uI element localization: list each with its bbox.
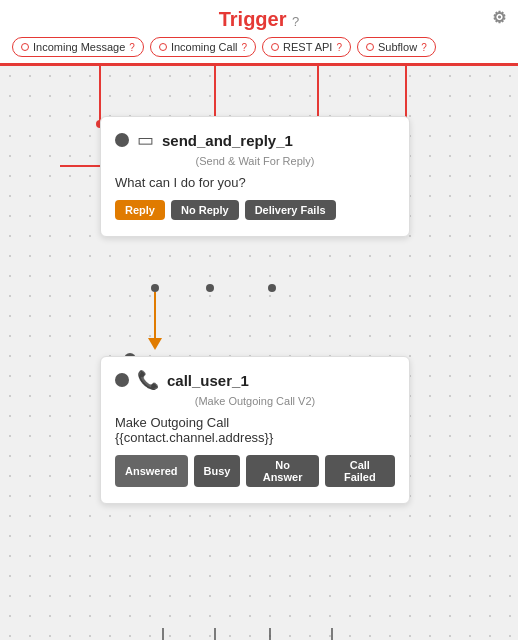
call-node-buttons: Answered Busy No Answer Call Failed: [115, 455, 395, 487]
trigger-tabs: Incoming Message ? Incoming Call ? REST …: [12, 37, 506, 57]
call-node-status-circle: [115, 373, 129, 387]
svg-point-11: [206, 284, 214, 292]
tab-help-icon: ?: [336, 42, 342, 53]
call-node[interactable]: 📞 call_user_1 (Make Outgoing Call V2) Ma…: [100, 356, 410, 504]
trigger-title: Trigger ? ⚙︎: [12, 8, 506, 31]
node-title: send_and_reply_1: [162, 132, 293, 149]
busy-button[interactable]: Busy: [194, 455, 241, 487]
no-reply-button[interactable]: No Reply: [171, 200, 239, 220]
tab-dot: [366, 43, 374, 51]
node-subtitle: (Send & Wait For Reply): [115, 155, 395, 167]
trigger-bar: Trigger ? ⚙︎ Incoming Message ? Incoming…: [0, 0, 518, 66]
send-reply-node[interactable]: ▭ send_and_reply_1 (Send & Wait For Repl…: [100, 116, 410, 237]
tab-incoming-message[interactable]: Incoming Message ?: [12, 37, 144, 57]
call-failed-button[interactable]: Call Failed: [325, 455, 395, 487]
phone-icon: 📞: [137, 369, 159, 391]
tab-dot: [21, 43, 29, 51]
reply-button[interactable]: Reply: [115, 200, 165, 220]
gear-icon[interactable]: ⚙︎: [492, 8, 506, 27]
call-node-header: 📞 call_user_1: [115, 369, 395, 391]
node-header: ▭ send_and_reply_1: [115, 129, 395, 151]
call-node-content: Make Outgoing Call {{contact.channel.add…: [115, 415, 395, 445]
tab-rest-api[interactable]: REST API ?: [262, 37, 351, 57]
svg-point-10: [151, 284, 159, 292]
message-icon: ▭: [137, 129, 154, 151]
tab-help-icon: ?: [129, 42, 135, 53]
svg-marker-14: [148, 338, 162, 350]
delivery-fails-button[interactable]: Delivery Fails: [245, 200, 336, 220]
flow-canvas: ▭ send_and_reply_1 (Send & Wait For Repl…: [0, 66, 518, 640]
tab-help-icon: ?: [421, 42, 427, 53]
svg-point-12: [268, 284, 276, 292]
tab-help-icon: ?: [242, 42, 248, 53]
tab-dot: [271, 43, 279, 51]
call-node-title: call_user_1: [167, 372, 249, 389]
call-node-subtitle: (Make Outgoing Call V2): [115, 395, 395, 407]
answered-button[interactable]: Answered: [115, 455, 188, 487]
node-status-circle: [115, 133, 129, 147]
tab-subflow[interactable]: Subflow ?: [357, 37, 436, 57]
node-buttons: Reply No Reply Delivery Fails: [115, 200, 395, 220]
trigger-help-icon[interactable]: ?: [292, 14, 299, 29]
node-content: What can I do for you?: [115, 175, 395, 190]
tab-dot: [159, 43, 167, 51]
no-answer-button[interactable]: No Answer: [246, 455, 318, 487]
tab-incoming-call[interactable]: Incoming Call ?: [150, 37, 256, 57]
